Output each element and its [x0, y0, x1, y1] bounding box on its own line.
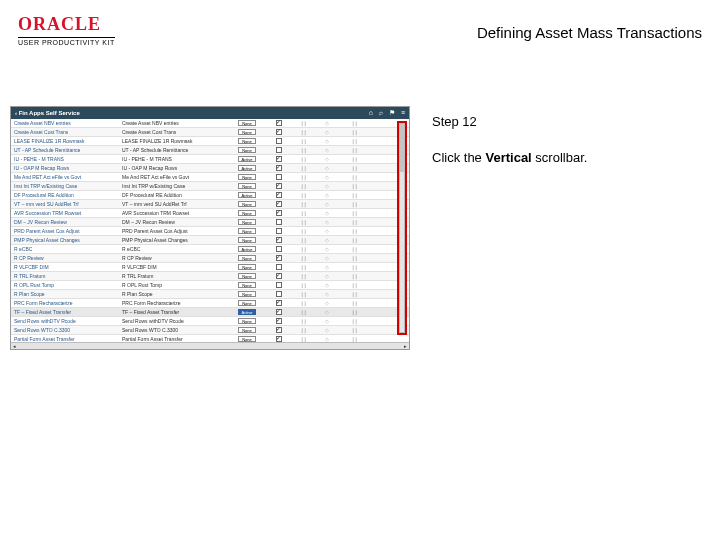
diamond-icon[interactable]: ◇	[325, 120, 329, 126]
pause-icon[interactable]: ❘❘	[300, 192, 306, 198]
pause-icon[interactable]: ❘❘	[300, 282, 306, 288]
table-row[interactable]: PRD Parent Asset Cos AdjustPRD Parent As…	[11, 227, 409, 236]
diamond-icon[interactable]: ◇	[325, 291, 329, 297]
row-link[interactable]: R eCBC	[11, 246, 119, 252]
pause-icon[interactable]: ❘❘	[300, 147, 306, 153]
status-badge[interactable]: None	[238, 318, 256, 324]
options-icon[interactable]: ❘❘	[351, 192, 357, 198]
options-icon[interactable]: ❘❘	[351, 309, 357, 315]
row-link[interactable]: LEASE FINALIZE 1R Rowmask	[11, 138, 119, 144]
status-badge[interactable]: None	[238, 174, 256, 180]
table-row[interactable]: Send Rows withDTV RcodeSend Rows withDTV…	[11, 317, 409, 326]
table-row[interactable]: Inst Int TRP w/Existing CaseInst Int TRP…	[11, 182, 409, 191]
options-icon[interactable]: ❘❘	[351, 327, 357, 333]
table-row[interactable]: DF Procedural RE AdditionDF Procedural R…	[11, 191, 409, 200]
options-icon[interactable]: ❘❘	[351, 228, 357, 234]
horizontal-scrollbar[interactable]: ◂ ▸	[11, 342, 409, 349]
row-link[interactable]: UT - AP Schedule Remittance	[11, 147, 119, 153]
pause-icon[interactable]: ❘❘	[300, 183, 306, 189]
hscroll-left-icon[interactable]: ◂	[13, 343, 16, 349]
pause-icon[interactable]: ❘❘	[300, 156, 306, 162]
table-row[interactable]: UT - AP Schedule RemittanceUT - AP Sched…	[11, 146, 409, 155]
table-row[interactable]: Send Rows WTO C.3300Send Rows WTO C.3300…	[11, 326, 409, 335]
row-checkbox[interactable]	[276, 210, 282, 216]
options-icon[interactable]: ❘❘	[351, 282, 357, 288]
row-link[interactable]: DF Procedural RE Addition	[11, 192, 119, 198]
pause-icon[interactable]: ❘❘	[300, 246, 306, 252]
row-checkbox[interactable]	[276, 174, 282, 180]
diamond-icon[interactable]: ◇	[325, 273, 329, 279]
status-badge[interactable]: None	[238, 183, 256, 189]
vertical-scrollbar-thumb[interactable]	[400, 124, 404, 172]
row-link[interactable]: R TRL Fratum	[11, 273, 119, 279]
options-icon[interactable]: ❘❘	[351, 291, 357, 297]
diamond-icon[interactable]: ◇	[325, 183, 329, 189]
vertical-scrollbar[interactable]	[399, 123, 405, 333]
table-row[interactable]: R Plan ScopeR Plan ScopeNone❘❘◇❘❘	[11, 290, 409, 299]
diamond-icon[interactable]: ◇	[325, 192, 329, 198]
row-checkbox[interactable]	[276, 327, 282, 333]
pause-icon[interactable]: ❘❘	[300, 300, 306, 306]
row-checkbox[interactable]	[276, 219, 282, 225]
diamond-icon[interactable]: ◇	[325, 147, 329, 153]
table-row[interactable]: LEASE FINALIZE 1R RowmaskLEASE FINALIZE …	[11, 137, 409, 146]
status-badge[interactable]: None	[238, 210, 256, 216]
options-icon[interactable]: ❘❘	[351, 201, 357, 207]
pause-icon[interactable]: ❘❘	[300, 165, 306, 171]
pause-icon[interactable]: ❘❘	[300, 228, 306, 234]
table-row[interactable]: R eCBCR eCBCActive❘❘◇❘❘	[11, 245, 409, 254]
diamond-icon[interactable]: ◇	[325, 327, 329, 333]
diamond-icon[interactable]: ◇	[325, 156, 329, 162]
row-checkbox[interactable]	[276, 165, 282, 171]
options-icon[interactable]: ❘❘	[351, 246, 357, 252]
options-icon[interactable]: ❘❘	[351, 219, 357, 225]
table-row[interactable]: VT – mm verd SU AddRet TrfVT – mm verd S…	[11, 200, 409, 209]
row-checkbox[interactable]	[276, 120, 282, 126]
pause-icon[interactable]: ❘❘	[300, 318, 306, 324]
options-icon[interactable]: ❘❘	[351, 120, 357, 126]
status-badge[interactable]: None	[238, 264, 256, 270]
table-row[interactable]: R TRL FratumR TRL FratumNone❘❘◇❘❘	[11, 272, 409, 281]
diamond-icon[interactable]: ◇	[325, 138, 329, 144]
row-link[interactable]: PRD Parent Asset Cos Adjust	[11, 228, 119, 234]
row-link[interactable]: R Plan Scope	[11, 291, 119, 297]
diamond-icon[interactable]: ◇	[325, 228, 329, 234]
status-badge[interactable]: None	[238, 228, 256, 234]
options-icon[interactable]: ❘❘	[351, 210, 357, 216]
row-checkbox[interactable]	[276, 309, 282, 315]
row-checkbox[interactable]	[276, 291, 282, 297]
options-icon[interactable]: ❘❘	[351, 183, 357, 189]
status-badge[interactable]: None	[238, 129, 256, 135]
diamond-icon[interactable]: ◇	[325, 219, 329, 225]
row-link[interactable]: R VLFCBF DIM	[11, 264, 119, 270]
status-badge[interactable]: None	[238, 201, 256, 207]
pause-icon[interactable]: ❘❘	[300, 174, 306, 180]
pause-icon[interactable]: ❘❘	[300, 264, 306, 270]
diamond-icon[interactable]: ◇	[325, 129, 329, 135]
table-row[interactable]: PMP Physical Asset ChangesPMP Physical A…	[11, 236, 409, 245]
pause-icon[interactable]: ❘❘	[300, 309, 306, 315]
row-link[interactable]: PMP Physical Asset Changes	[11, 237, 119, 243]
row-checkbox[interactable]	[276, 201, 282, 207]
row-link[interactable]: Send Rows withDTV Rcode	[11, 318, 119, 324]
row-checkbox[interactable]	[276, 300, 282, 306]
pause-icon[interactable]: ❘❘	[300, 210, 306, 216]
pause-icon[interactable]: ❘❘	[300, 291, 306, 297]
status-badge[interactable]: Active	[238, 246, 257, 252]
status-badge[interactable]: None	[238, 138, 256, 144]
row-link[interactable]: Inst Int TRP w/Existing Case	[11, 183, 119, 189]
row-checkbox[interactable]	[276, 147, 282, 153]
row-checkbox[interactable]	[276, 282, 282, 288]
row-link[interactable]: IU - OAP M Recap Rows	[11, 165, 119, 171]
options-icon[interactable]: ❘❘	[351, 156, 357, 162]
status-badge[interactable]: None	[238, 291, 256, 297]
table-row[interactable]: TF – Fixed Asset TransferTF – Fixed Asse…	[11, 308, 409, 317]
status-badge[interactable]: None	[238, 282, 256, 288]
flag-icon[interactable]: ⚑	[389, 107, 395, 119]
pause-icon[interactable]: ❘❘	[300, 201, 306, 207]
diamond-icon[interactable]: ◇	[325, 237, 329, 243]
row-checkbox[interactable]	[276, 138, 282, 144]
row-link[interactable]: IU - PEHE - M TRANS	[11, 156, 119, 162]
options-icon[interactable]: ❘❘	[351, 237, 357, 243]
search-icon[interactable]: ⌕	[379, 107, 383, 119]
